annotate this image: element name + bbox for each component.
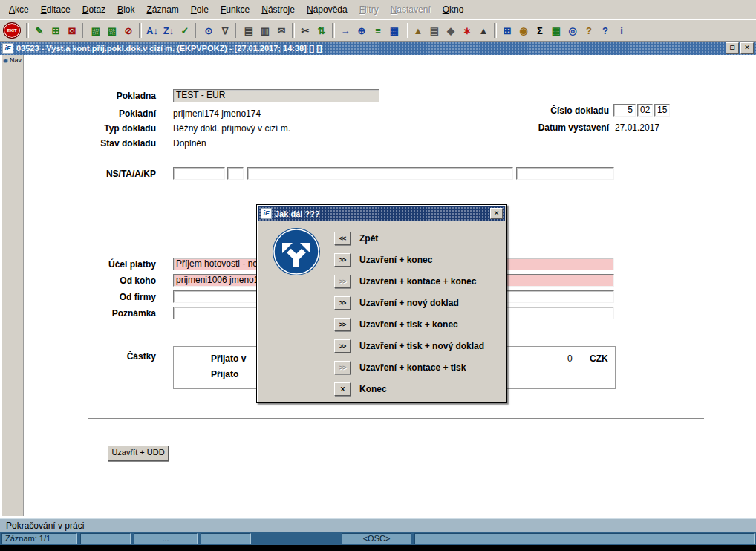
dialog-button-uzavreni-konec[interactable]: >>	[334, 253, 351, 267]
uzavrit-udd-button[interactable]: Uzavřít + UDD	[108, 446, 169, 461]
sort-asc-icon[interactable]: A↓	[144, 22, 160, 39]
jak-dal-dialog: iF Jak dál ??? ✕ <<Zpět>>Uzavření + kone…	[256, 204, 507, 403]
cancel-document-icon[interactable]: ⊠	[64, 22, 80, 39]
dialog-option-row: >>Uzavření + kontace + tisk	[334, 361, 501, 374]
dialog-button-uzavreni-novy-doklad[interactable]: >>	[334, 296, 351, 310]
cislo-dokladu-field-1[interactable]: 5	[613, 104, 636, 117]
reload-folder-icon[interactable]: ▧	[104, 22, 120, 39]
restore-window-icon[interactable]: ⊡	[726, 42, 739, 54]
window-title: 03523 - Vyst.a kont.příj.pokl.dok.v cizí…	[16, 44, 724, 53]
dialog-button-uzavreni-kontace-konec[interactable]: >>	[334, 275, 351, 288]
columns-icon[interactable]: ▦	[386, 22, 403, 39]
pokladna-field[interactable]: TEST - EUR	[173, 89, 379, 102]
user-help-icon[interactable]: ?	[581, 22, 597, 39]
mail-icon[interactable]: ✉	[273, 22, 290, 39]
warning-icon[interactable]: ▲	[475, 22, 492, 39]
akce-field[interactable]	[247, 167, 513, 180]
dialog-option-label: Uzavření + kontace + tisk	[359, 362, 466, 373]
pokladni-value: prijmeni174 jmeno174	[173, 108, 261, 119]
commit-icon[interactable]: ✓	[177, 22, 193, 39]
sum-icon[interactable]: Σ	[532, 22, 548, 39]
ns-ta-a-kp-label: NS/TA/A/KP	[45, 169, 156, 179]
menu-item-filtry: Filtry	[353, 2, 385, 17]
package-icon[interactable]: ◆	[443, 22, 459, 39]
help-icon[interactable]: ?	[597, 22, 613, 39]
menu-item-blok[interactable]: Blok	[111, 2, 140, 17]
cislo-dokladu-field-2[interactable]: 02	[637, 104, 653, 117]
pokladni-label: Pokladní	[45, 108, 156, 119]
cut-icon[interactable]: ✂	[297, 22, 313, 39]
ta-field[interactable]	[227, 167, 244, 180]
dialog-option-row: >>Uzavření + nový doklad	[334, 296, 501, 310]
goto-record-icon[interactable]: →	[337, 22, 353, 39]
close-window-icon[interactable]: ✕	[740, 42, 754, 54]
web-icon[interactable]: ◎	[564, 22, 581, 39]
menu-item-okno[interactable]: Okno	[437, 2, 470, 17]
mdi-title-bar: iF 03523 - Vyst.a kont.příj.pokl.dok.v c…	[0, 42, 756, 55]
dialog-option-row: >>Uzavření + tisk + nový doklad	[334, 339, 501, 353]
dialog-button-uzavreni-kontace-tisk[interactable]: >>	[334, 361, 351, 374]
dialog-button-konec[interactable]: X	[334, 382, 351, 396]
nav-toggle-icon[interactable]: ◉	[3, 57, 8, 64]
application-window: AkceEditaceDotazBlokZáznamPoleFunkceNást…	[0, 0, 756, 551]
menu-item-nastroje[interactable]: Nástroje	[255, 2, 301, 17]
cislo-dokladu-field-3[interactable]: 15	[654, 104, 670, 117]
datum-vystaveni-label: Datum vystavení	[512, 123, 609, 133]
prijato-v-label: Přijato v	[211, 353, 246, 364]
od-firmy-label: Od firmy	[45, 292, 156, 302]
window-icon[interactable]: ⊞	[499, 22, 515, 39]
swap-icon[interactable]: ⇅	[313, 22, 330, 39]
status-cell-osc: <OSC>	[342, 533, 411, 544]
excel-export-icon[interactable]: ▦	[548, 22, 564, 39]
menu-item-zaznam[interactable]: Záznam	[140, 2, 184, 17]
menu-item-akce[interactable]: Akce	[3, 2, 35, 17]
dialog-title-bar[interactable]: iF Jak dál ??? ✕	[258, 206, 505, 221]
delete-record-icon[interactable]: ⊘	[120, 22, 137, 39]
report-icon[interactable]: ▤	[426, 22, 443, 39]
duplicate-document-icon[interactable]: ⊞	[48, 22, 64, 39]
print-preview-icon[interactable]: ▥	[257, 22, 273, 39]
dialog-button-zpet[interactable]: <<	[334, 232, 351, 245]
menu-item-funkce[interactable]: Funkce	[215, 2, 255, 17]
nav-label: Nav	[10, 56, 22, 64]
ns-field[interactable]	[173, 167, 225, 180]
menu-item-editace[interactable]: Editace	[35, 2, 76, 17]
filter-icon[interactable]: ∇	[217, 22, 233, 39]
separator-line	[88, 418, 704, 420]
exit-button[interactable]: EXIT	[3, 22, 21, 39]
toolbar: EXIT ✎⊞⊠▨▧⊘A↓Z↓✓⊙∇▤▥✉✂⇅→⊕≡▦▲▤◆∗▲⊞◉Σ▦◎??i	[0, 19, 756, 42]
clock-icon[interactable]: ◉	[515, 22, 532, 39]
dialog-button-uzavreni-tisk-konec[interactable]: >>	[334, 318, 351, 331]
fork-road-icon	[272, 227, 321, 276]
open-folder-icon[interactable]: ▨	[88, 22, 104, 39]
search-icon[interactable]: ⊙	[201, 22, 217, 39]
menu-item-napoveda[interactable]: Nápověda	[301, 2, 353, 17]
info-icon[interactable]: i	[613, 22, 630, 39]
chart-icon[interactable]: ▲	[410, 22, 426, 39]
toolbar-separator	[235, 23, 238, 38]
kp-field[interactable]	[516, 167, 614, 180]
status-bar: Záznam: 1/1 ... <OSC>	[0, 532, 756, 545]
print-icon[interactable]: ▤	[241, 22, 257, 39]
dialog-option-label: Uzavření + nový doklad	[359, 298, 459, 308]
dialog-button-uzavreni-tisk-novy-doklad[interactable]: >>	[334, 339, 351, 353]
toolbar-separator	[494, 23, 497, 38]
dialog-option-label: Uzavření + tisk + nový doklad	[359, 341, 484, 351]
menu-bar: AkceEditaceDotazBlokZáznamPoleFunkceNást…	[0, 0, 756, 19]
record-count-cell: Záznam: 1/1	[1, 533, 77, 544]
menu-item-pole[interactable]: Pole	[185, 2, 215, 17]
pokladna-label: Pokladna	[45, 91, 156, 101]
menu-item-dotaz[interactable]: Dotaz	[76, 2, 111, 17]
dialog-option-row: <<Zpět	[334, 232, 501, 245]
dialog-option-row: >>Uzavření + tisk + konec	[334, 318, 501, 331]
sort-desc-icon[interactable]: Z↓	[160, 22, 177, 39]
dialog-close-icon[interactable]: ✕	[490, 208, 503, 219]
separator-line	[88, 198, 704, 199]
list-values-icon[interactable]: ≡	[370, 22, 386, 39]
settings-icon[interactable]: ∗	[459, 22, 475, 39]
toolbar-separator	[26, 23, 29, 38]
new-document-icon[interactable]: ✎	[31, 22, 48, 39]
castky-label: Částky	[45, 351, 156, 362]
rate-currency: CZK	[590, 353, 608, 364]
find-record-icon[interactable]: ⊕	[353, 22, 370, 39]
